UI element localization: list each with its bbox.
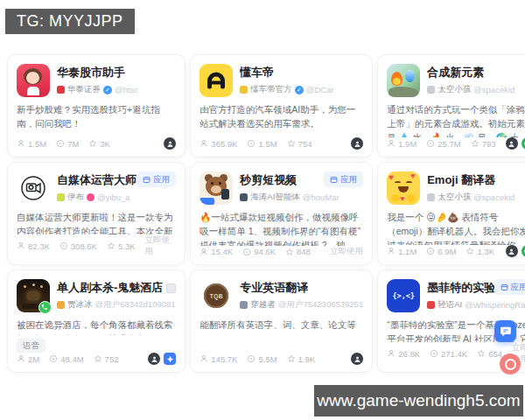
bot-avatar-icon [166,140,174,148]
bot-title: Emoji 翻译器 [427,172,495,188]
card-header: {>,<}墨菲特的实验室轻语AI@WhisperingRain应用 [387,279,525,312]
bot-description: 能翻译所有英语字、词、文章、论文等 [200,318,363,332]
stat-stars: 654 [477,349,502,359]
bot-card[interactable]: 合成新元素太空小孩@spacekid通过对话的方式玩一个类似「涂鸦上帝」的元素合… [377,54,525,158]
views-icon [60,242,68,250]
publisher-name: 华泰证券 [67,84,101,95]
bot-card[interactable]: 懂车帝懂车帝官方✓@DCar由官方打造的汽车领域AI助手，为您一站式解决看选买的… [190,54,373,158]
service-button[interactable] [500,354,521,374]
bot-avatar [17,279,50,312]
bot-title: 单人剧本杀-鬼魅酒店 [57,280,163,296]
publisher-row: 华泰证券✓@htsc [57,84,176,95]
views-icon [247,354,256,363]
stat-views: 1.5M [247,139,276,149]
bot-title: 专业英语翻译 [240,280,308,296]
bot-description: 自媒体运营大师更新啦！这是一款专为内容创作者打造的全能工具。本次全新的用户界面、… [17,211,176,234]
phone-icon [41,304,48,311]
stat-users: 1.5M [17,139,46,149]
publisher-icon [57,86,65,94]
window-icon [143,176,150,184]
publisher-row: 太空小孩@spacekid [427,192,525,203]
bot-avatar [17,64,50,97]
stat-users: 145.7K [200,354,237,364]
publisher-row: 太空小孩@spacekid [427,84,525,95]
card-footer: 82.3K308.6K5.3K立即使用 [17,234,176,257]
chat-bubble-button[interactable] [494,320,516,342]
views-icon [426,139,435,148]
user-icon [387,139,396,148]
watermark-top: TG: MYYJJPP [5,9,135,34]
bot-description: 被困在诡异酒店，每个角落都藏着线索与危机，智斗幽灵，寻找逃生之钥，你能… [17,318,176,335]
stat-users: 82.3K [17,242,50,251]
bot-platform-icon [351,137,363,150]
star-icon [285,248,294,256]
bot-tag: 语音 [17,339,46,353]
window-icon [330,176,338,184]
publisher-row: 贾冰冰@用户68342d109081 [57,299,176,311]
service-icon [505,359,516,370]
bot-avatar [200,64,233,97]
bot-card[interactable]: 华泰股市助手华泰证券✓@htsc新手炒股难？实用选股技巧+避坑指南，问问我吧！1… [7,54,186,158]
bot-title: 懂车帝 [240,65,274,80]
publisher-handle: @spacekid [473,85,514,94]
card-header: 懂车帝懂车帝官方✓@DCar [200,64,363,97]
stat-stars: 754 [287,139,312,149]
publisher-icon [57,301,65,309]
bot-card[interactable]: 单人剧本杀-鬼魅酒店贾冰冰@用户68342d109081被困在诡异酒店，每个角落… [7,270,186,373]
publisher-name: 太空小孩 [438,192,471,203]
app-platform-icon [164,353,176,365]
bot-avatar [17,172,50,205]
bot-avatar-icon [354,140,361,148]
bot-card[interactable]: ♥♥♥Emoji 翻译器太空小孩@spacekid我是一个 😜🤌💩 表情符号（e… [377,162,525,265]
views-icon [242,248,251,256]
check-badge-icon: ✓ [103,86,112,94]
views-icon [56,139,65,148]
bot-card[interactable]: 自媒体运营大师V2伊布@yibu_a应用自媒体运营大师更新啦！这是一款专为内容创… [7,162,186,265]
publisher-handle: @用户7542306539251 [278,299,363,311]
publisher-name: 懂车帝官方 [250,84,292,95]
app-badge: 应用 [324,172,363,187]
bot-avatar-icon [150,355,158,363]
user-icon [387,349,396,358]
bot-card[interactable]: 秒剪短视频海涛AI智能体@houMar应用🔥一站式爆款短视频创作，做视频像呼吸一… [190,162,373,265]
card-footer: 365.9K1.5M754 [200,137,363,150]
bot-description: 新手炒股难？实用选股技巧+避坑指南，问问我吧！ [17,103,176,131]
publisher-handle: @spacekid [473,192,514,202]
publisher-icon [57,193,65,201]
star-icon [94,354,102,363]
card-footer: 1.9M25.7M793 [387,137,525,150]
stat-users: 1.1M [387,247,416,256]
bot-avatar-icon [354,355,361,363]
publisher-name: 轻语AI [438,299,462,311]
bot-description: 🔥一站式爆款短视频创作，做视频像呼吸一样简单 1、视频制作界的“有图有梗”提供丰… [200,211,363,246]
wechat-icon [522,245,525,257]
title-tag-icon [166,284,176,293]
publisher-icon [240,301,248,309]
bot-avatar [387,64,420,97]
publisher-icon [240,193,248,201]
card-header: 单人剧本杀-鬼魅酒店贾冰冰@用户68342d109081 [17,279,176,312]
publisher-name: 贾冰冰 [67,299,93,311]
user-icon [17,139,25,148]
publisher-row: 伊布@yibu_a [57,192,176,203]
bot-platform-icon [164,137,176,150]
window-icon [500,284,508,291]
bot-title: 合成新元素 [427,65,484,80]
use-now-button[interactable]: 立即使用 [330,246,363,257]
card-footer: 1.1M6.9M1.3K [387,245,525,257]
watermark-bottom: www.game-wendingh5.com [314,385,523,416]
card-footer: 145.7K5.5M1.9K [200,353,363,365]
stat-views: 25.7M [426,139,460,149]
star-icon [107,242,116,250]
bot-card[interactable]: TQB专业英语翻译穿越者@用户7542306539251能翻译所有英语字、词、文… [190,270,373,373]
app-badge: 应用 [494,279,525,295]
stat-stars: 5.3K [107,242,136,251]
card-header: 合成新元素太空小孩@spacekid [387,64,525,97]
use-now-button[interactable]: 立即使用 [145,234,177,257]
views-icon [49,354,58,363]
stat-views: 5.5M [247,354,276,364]
card-footer: 2M48.4M752 [17,353,176,365]
star-icon [88,139,97,148]
publisher-row: 穿越者@用户7542306539251 [240,299,363,311]
star-icon [477,349,486,358]
